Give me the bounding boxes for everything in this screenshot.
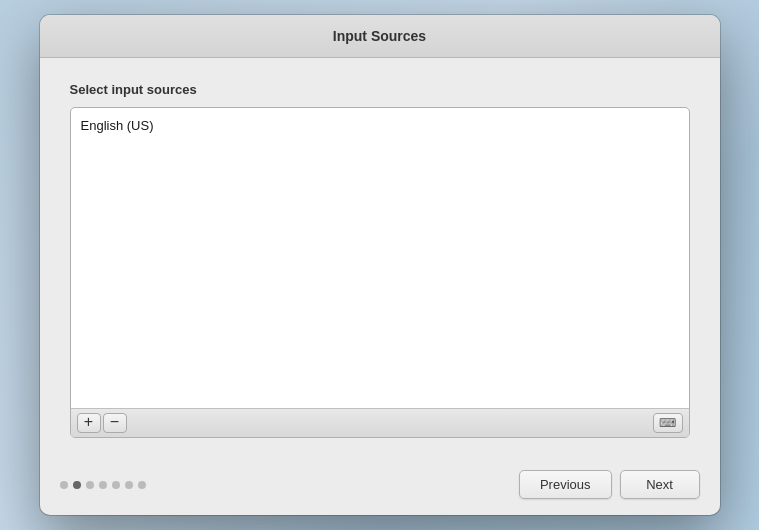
dialog-window: Input Sources Select input sources Engli… [40,15,720,515]
dialog-title: Input Sources [333,28,426,44]
page-dot-1 [60,481,68,489]
input-sources-list[interactable]: English (US) [71,108,689,408]
page-dot-6 [125,481,133,489]
page-dot-4 [99,481,107,489]
input-sources-list-container: English (US) + − ⌨ [70,107,690,438]
title-bar: Input Sources [40,15,720,58]
previous-button[interactable]: Previous [519,470,612,499]
page-dot-2 [73,481,81,489]
list-toolbar: + − ⌨ [71,408,689,437]
bottom-bar: Previous Next [40,458,720,515]
page-dots [60,481,146,489]
keyboard-layout-button[interactable]: ⌨ [653,413,683,433]
add-source-button[interactable]: + [77,413,101,433]
section-label: Select input sources [70,82,690,97]
nav-buttons: Previous Next [519,470,700,499]
page-dot-7 [138,481,146,489]
next-button[interactable]: Next [620,470,700,499]
content-area: Select input sources English (US) + − ⌨ [40,58,720,458]
page-dot-3 [86,481,94,489]
list-item[interactable]: English (US) [71,112,689,139]
remove-source-button[interactable]: − [103,413,127,433]
page-dot-5 [112,481,120,489]
